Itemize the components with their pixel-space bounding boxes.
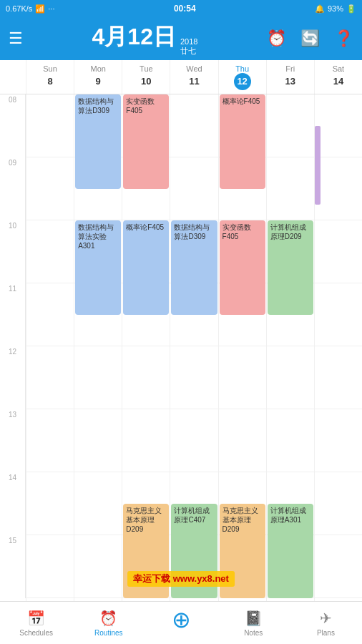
event-thu-2[interactable]: 实变函数F405 <box>220 220 265 315</box>
day-name-tue: Tue <box>140 64 153 73</box>
schedule-sun <box>26 94 74 601</box>
schedule-sat <box>314 94 362 601</box>
day-name-sun: Sun <box>43 64 57 73</box>
schedule-fri: 计算机组成原理D209 计算机组成原理A301 <box>266 94 314 601</box>
time-14: 14 <box>0 472 26 535</box>
day-num-tue: 10 <box>137 73 155 90</box>
status-left: 0.67K/s 📶 ··· <box>6 4 54 14</box>
day-num-thu: 12 <box>234 73 251 90</box>
time-12: 12 <box>0 346 26 409</box>
schedule-wed: 数据结构与算法D309 计算机组成原理C407 <box>170 94 217 601</box>
status-time: 00:54 <box>174 4 196 14</box>
status-bar: 0.67K/s 📶 ··· 00:54 🔔 93% 🔋 <box>0 0 362 17</box>
day-sat[interactable]: Sat 14 <box>314 60 362 94</box>
time-column: 08 09 10 11 12 13 14 15 <box>0 94 26 601</box>
header-year-week: 2018 廿七 <box>180 37 197 57</box>
day-name-fri: Fri <box>285 64 295 73</box>
menu-icon[interactable]: ☰ <box>9 29 23 48</box>
wifi-icon: 📶 <box>35 4 45 14</box>
plans-icon: ✈ <box>320 610 332 627</box>
day-headers: Sun 8 Mon 9 Tue 10 Wed 11 Thu 12 Fri 13 … <box>0 60 362 94</box>
day-thu[interactable]: Thu 12 <box>218 60 266 94</box>
help-icon[interactable]: ❓ <box>334 29 353 48</box>
header-icons: ⏰ 🔄 ❓ <box>267 29 353 48</box>
nav-plans[interactable]: ✈ Plans <box>290 610 362 637</box>
day-name-thu: Thu <box>235 64 249 73</box>
day-wed[interactable]: Wed 11 <box>170 60 217 94</box>
battery-text: 93% <box>328 4 343 13</box>
nav-routines[interactable]: ⏰ Routines <box>72 610 145 637</box>
app-header: ☰ 4月12日 2018 廿七 ⏰ 🔄 ❓ <box>0 17 362 60</box>
day-name-sat: Sat <box>333 64 345 73</box>
time-08: 08 <box>0 94 26 157</box>
event-thu-1[interactable]: 概率论F405 <box>220 94 265 189</box>
event-tue-3[interactable]: 马克思主义基本原理D209 <box>123 504 169 598</box>
schedules-label: Schedules <box>19 629 53 637</box>
day-tue[interactable]: Tue 10 <box>122 60 170 94</box>
day-name-mon: Mon <box>91 64 106 73</box>
routines-label: Routines <box>94 629 122 637</box>
battery-icon: 🔋 <box>346 4 356 14</box>
alarm-icon: 🔔 <box>315 4 325 14</box>
add-icon: ⊕ <box>172 606 191 633</box>
bottom-nav: 📅 Schedules ⏰ Routines ⊕ 📓 Notes ✈ Plans <box>0 601 362 644</box>
routines-icon: ⏰ <box>99 610 117 627</box>
event-wed-2[interactable]: 计算机组成原理C407 <box>171 504 217 598</box>
event-fri-1[interactable]: 计算机组成原理D209 <box>268 220 313 315</box>
header-year: 2018 <box>180 37 197 46</box>
plans-label: Plans <box>317 629 335 637</box>
time-10: 10 <box>0 220 26 283</box>
nav-add[interactable]: ⊕ <box>145 606 217 633</box>
day-fri[interactable]: Fri 13 <box>266 60 314 94</box>
time-09: 09 <box>0 157 26 220</box>
nav-schedules[interactable]: 📅 Schedules <box>0 610 72 637</box>
event-tue-1[interactable]: 实变函数F405 <box>123 94 169 189</box>
notes-label: Notes <box>244 629 263 637</box>
header-title: 4月12日 2018 廿七 <box>92 21 198 57</box>
notes-icon: 📓 <box>245 610 263 627</box>
event-mon-2[interactable]: 数据结构与算法实验A301 <box>75 220 121 315</box>
header-date: 4月12日 <box>92 21 176 53</box>
time-gutter <box>0 60 26 94</box>
event-thu-3[interactable]: 马克思主义基本原理D209 <box>220 504 265 598</box>
more-icon: ··· <box>48 4 54 13</box>
schedule-thu: 概率论F405 实变函数F405 马克思主义基本原理D209 <box>218 94 266 601</box>
day-num-wed: 11 <box>185 73 202 90</box>
event-mon-1[interactable]: 数据结构与算法D309 <box>75 94 121 189</box>
header-week: 廿七 <box>180 46 197 57</box>
day-num-sat: 14 <box>330 73 347 90</box>
day-sun[interactable]: Sun 8 <box>26 60 74 94</box>
calendar-grid: 08 09 10 11 12 13 14 15 数据结构与算法D309 数据结构… <box>0 94 362 601</box>
day-name-wed: Wed <box>186 64 202 73</box>
alarm-header-icon[interactable]: ⏰ <box>267 29 286 48</box>
nav-notes[interactable]: 📓 Notes <box>217 610 290 637</box>
status-right: 🔔 93% 🔋 <box>315 4 356 14</box>
day-num-sun: 8 <box>41 73 59 90</box>
schedule-mon: 数据结构与算法D309 数据结构与算法实验A301 <box>74 94 122 601</box>
schedules-icon: 📅 <box>27 610 45 627</box>
days-grid: 数据结构与算法D309 数据结构与算法实验A301 实变函数F405 概率论F4… <box>26 94 362 601</box>
signal-text: 0.67K/s <box>6 4 32 13</box>
time-13: 13 <box>0 409 26 472</box>
day-mon[interactable]: Mon 9 <box>74 60 122 94</box>
day-num-mon: 9 <box>89 73 107 90</box>
event-fri-2[interactable]: 计算机组成原理A301 <box>268 504 313 598</box>
schedule-tue: 实变函数F405 概率论F405 马克思主义基本原理D209 <box>122 94 170 601</box>
time-15: 15 <box>0 535 26 598</box>
day-num-fri: 13 <box>282 73 299 90</box>
event-wed-1[interactable]: 数据结构与算法D309 <box>171 220 217 315</box>
refresh-icon[interactable]: 🔄 <box>300 29 320 48</box>
event-tue-2[interactable]: 概率论F405 <box>123 220 169 315</box>
time-11: 11 <box>0 283 26 346</box>
event-sat-1[interactable] <box>315 126 321 205</box>
